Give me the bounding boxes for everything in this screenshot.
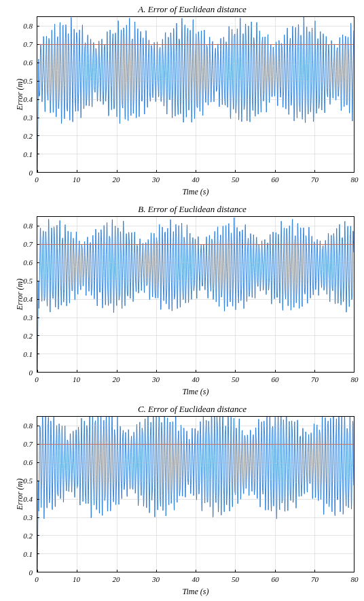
y-tick-label: 0.1 bbox=[23, 350, 33, 358]
x-tick-label: 30 bbox=[152, 375, 160, 383]
grid-line bbox=[235, 417, 236, 572]
x-tick-label: 10 bbox=[73, 375, 80, 383]
x-tick-label: 70 bbox=[311, 175, 318, 184]
y-tick-label: 0.3 bbox=[23, 114, 33, 122]
grid-line bbox=[196, 217, 196, 372]
x-tick-label: 30 bbox=[152, 175, 160, 184]
grid-line bbox=[275, 217, 276, 372]
y-tick-label: 0.7 bbox=[23, 240, 33, 248]
y-tick-label: 0.8 bbox=[23, 22, 33, 30]
y-tick-label: 0.6 bbox=[23, 458, 33, 466]
y-tick-label: 0.1 bbox=[23, 150, 33, 158]
chart-title: A. Error of Euclidean distance bbox=[0, 0, 364, 15]
y-tick-label: 0.5 bbox=[23, 277, 33, 285]
y-tick-label: 0.6 bbox=[23, 58, 33, 67]
x-tick-label: 10 bbox=[73, 575, 80, 583]
x-tick-label: 40 bbox=[192, 575, 200, 583]
grid-line bbox=[275, 417, 276, 572]
grid-line bbox=[77, 417, 77, 572]
x-tick-label: 60 bbox=[272, 575, 279, 583]
x-axis: Time (s) 01020304050607080 bbox=[37, 572, 354, 600]
y-tick-label: 0.2 bbox=[23, 532, 33, 540]
y-axis: Error (m) 00.10.20.30.40.50.60.70.8 bbox=[0, 216, 37, 373]
y-tick-label: 0.5 bbox=[23, 77, 33, 85]
grid-line bbox=[77, 17, 77, 172]
grid-line bbox=[117, 417, 117, 572]
chart-title: C. Error of Euclidean distance bbox=[0, 400, 364, 415]
y-tick-label: 0 bbox=[29, 568, 33, 577]
x-tick-label: 0 bbox=[35, 175, 39, 184]
x-axis: Time (s) 01020304050607080 bbox=[37, 173, 354, 200]
y-tick-label: 0.5 bbox=[23, 477, 33, 485]
x-tick-label: 70 bbox=[311, 575, 318, 583]
x-tick-label: 50 bbox=[232, 375, 239, 383]
x-tick-label: 0 bbox=[35, 375, 39, 383]
y-tick-label: 0.6 bbox=[23, 258, 33, 267]
x-tick-label: 70 bbox=[311, 375, 318, 383]
y-tick-label: 0.8 bbox=[23, 422, 33, 430]
plot-area bbox=[37, 416, 354, 572]
x-tick-label: 60 bbox=[272, 375, 279, 383]
chart-b: B. Error of Euclidean distance Error (m)… bbox=[0, 200, 364, 400]
chart-c: C. Error of Euclidean distance Error (m)… bbox=[0, 400, 364, 600]
grid-line bbox=[235, 17, 236, 172]
x-tick-label: 40 bbox=[192, 375, 200, 383]
x-tick-label: 10 bbox=[73, 175, 80, 184]
x-tick-label: 40 bbox=[192, 175, 200, 184]
x-axis: Time (s) 01020304050607080 bbox=[37, 373, 354, 400]
x-tick-label: 50 bbox=[232, 175, 239, 184]
y-tick-label: 0.7 bbox=[23, 440, 33, 448]
grid-line bbox=[196, 417, 196, 572]
x-tick-label: 60 bbox=[272, 175, 279, 184]
y-tick-label: 0.4 bbox=[23, 495, 33, 503]
x-tick-label: 80 bbox=[351, 575, 359, 583]
grid-line bbox=[314, 217, 315, 372]
x-tick-label: 50 bbox=[232, 575, 239, 583]
y-tick-label: 0.1 bbox=[23, 550, 33, 558]
x-axis-label: Time (s) bbox=[183, 387, 209, 397]
grid-line bbox=[156, 217, 157, 372]
grid-line bbox=[156, 417, 157, 572]
grid-line bbox=[77, 217, 77, 372]
x-tick-label: 0 bbox=[35, 575, 39, 583]
y-tick-label: 0.4 bbox=[23, 95, 33, 103]
grid-line bbox=[196, 17, 196, 172]
grid-line bbox=[314, 417, 315, 572]
y-tick-label: 0.8 bbox=[23, 222, 33, 230]
x-tick-label: 30 bbox=[152, 575, 160, 583]
x-tick-label: 20 bbox=[113, 575, 120, 583]
y-tick-label: 0 bbox=[29, 169, 33, 177]
y-tick-label: 0.3 bbox=[23, 313, 33, 322]
plot-area bbox=[37, 16, 354, 173]
y-axis: Error (m) 00.10.20.30.40.50.60.70.8 bbox=[0, 16, 37, 173]
grid-line bbox=[117, 17, 117, 172]
plot-area bbox=[37, 216, 354, 373]
y-tick-label: 0.4 bbox=[23, 295, 33, 303]
grid-line bbox=[117, 217, 117, 372]
y-tick-label: 0.7 bbox=[23, 40, 33, 48]
chart-a: A. Error of Euclidean distance Error (m)… bbox=[0, 0, 364, 200]
chart-title: B. Error of Euclidean distance bbox=[0, 200, 364, 215]
grid-line bbox=[235, 217, 236, 372]
y-tick-label: 0.3 bbox=[23, 513, 33, 521]
x-tick-label: 80 bbox=[351, 175, 359, 184]
x-axis-label: Time (s) bbox=[183, 187, 209, 197]
x-tick-label: 80 bbox=[351, 375, 359, 383]
y-tick-label: 0.2 bbox=[23, 132, 33, 140]
grid-line bbox=[314, 17, 315, 172]
grid-line bbox=[156, 17, 157, 172]
y-axis: Error (m) 00.10.20.30.40.50.60.70.8 bbox=[0, 416, 37, 572]
grid-line bbox=[275, 17, 276, 172]
y-tick-label: 0.2 bbox=[23, 332, 33, 340]
x-axis-label: Time (s) bbox=[183, 587, 209, 597]
x-tick-label: 20 bbox=[113, 175, 120, 184]
x-tick-label: 20 bbox=[113, 375, 120, 383]
y-tick-label: 0 bbox=[29, 368, 33, 377]
